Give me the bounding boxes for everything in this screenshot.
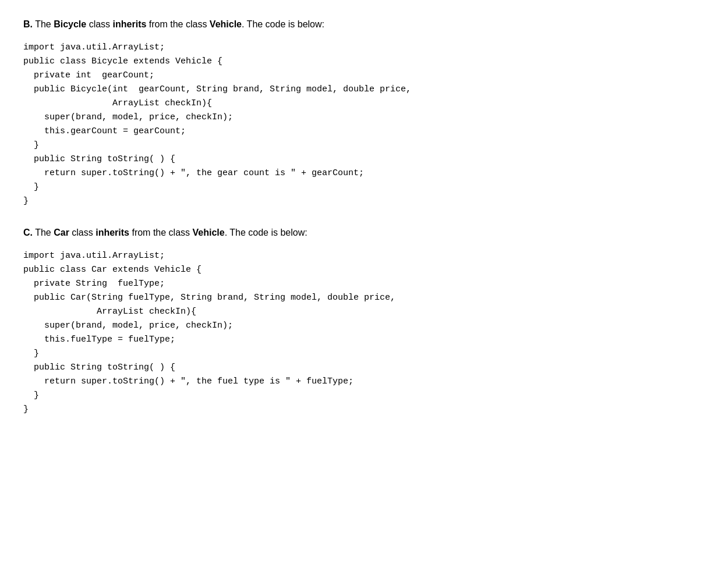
section-b-code: import java.util.ArrayList; public class… (23, 41, 705, 208)
section-c-heading-text: The Car class inherits from the class Ve… (35, 228, 308, 237)
inherits-keyword-c: inherits (96, 228, 129, 237)
car-class-name: Car (54, 228, 69, 237)
inherits-keyword-b: inherits (113, 19, 147, 29)
vehicle-class-name-b: Vehicle (210, 19, 242, 29)
section-c-heading: C. The Car class inherits from the class… (23, 226, 705, 240)
section-c: C. The Car class inherits from the class… (23, 226, 705, 417)
vehicle-class-name-c: Vehicle (192, 228, 224, 237)
section-b-heading: B. The Bicycle class inherits from the c… (23, 17, 705, 31)
section-b-heading-text: The Bicycle class inherits from the clas… (35, 19, 324, 29)
section-b-letter: B. (23, 19, 33, 29)
section-c-letter: C. (23, 228, 33, 237)
section-c-code: import java.util.ArrayList; public class… (23, 249, 705, 417)
bicycle-class-name: Bicycle (54, 19, 86, 29)
section-b: B. The Bicycle class inherits from the c… (23, 17, 705, 208)
